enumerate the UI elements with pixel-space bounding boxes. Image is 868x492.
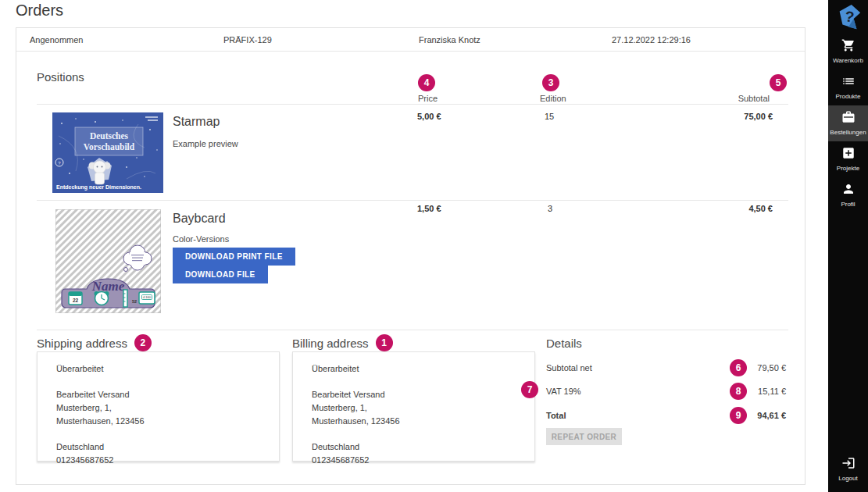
sidebar-item-warenkorb[interactable]: Warenkorb bbox=[828, 34, 868, 70]
order-date: 27.12.2022 12:29:16 bbox=[612, 28, 691, 52]
divider bbox=[37, 104, 788, 105]
shipping-city: Musterhausen, 123456 bbox=[56, 415, 271, 428]
column-header-price: Price bbox=[418, 94, 438, 103]
item-subtotal: 75,00 € bbox=[744, 112, 773, 121]
shipping-phone: 012345687652 bbox=[56, 454, 271, 467]
item-subtotal: 4,50 € bbox=[748, 204, 773, 213]
annotation-badge-subtotal: 5 bbox=[770, 74, 787, 91]
starmap-headline-line1: Deutsches bbox=[90, 131, 129, 141]
column-header-edition: Edition bbox=[540, 94, 566, 103]
page-title: Orders bbox=[16, 2, 63, 20]
annotation-badge-vat-value: 8 bbox=[730, 383, 747, 400]
starmap-caption: Entdeckung neuer Dimensionen. bbox=[56, 184, 141, 191]
billing-phone: 012345687652 bbox=[312, 454, 527, 467]
positions-title: Positions bbox=[37, 70, 84, 84]
app-logo-icon[interactable]: ? bbox=[834, 2, 863, 34]
weight-value: 4.160 bbox=[143, 295, 152, 299]
billing-country: Deutschland bbox=[312, 440, 527, 454]
divider bbox=[37, 200, 788, 201]
billing-street: Musterberg, 1, bbox=[312, 401, 527, 415]
repeat-order-button[interactable]: REPEAT ORDER bbox=[546, 428, 622, 445]
billing-address-title: Billing address bbox=[292, 337, 369, 350]
sidebar-label-logout: Logout bbox=[828, 475, 868, 482]
item-name: Starmap bbox=[173, 115, 220, 129]
vat-label: VAT 19% bbox=[546, 387, 581, 396]
clock-icon bbox=[95, 291, 109, 305]
briefcase-icon bbox=[841, 110, 855, 124]
annotation-badge-edition: 3 bbox=[542, 74, 559, 91]
order-card: Angenommen PRÄFIX-129 Franziska Knotz 27… bbox=[16, 27, 805, 485]
sidebar-label-warenkorb: Warenkorb bbox=[828, 57, 868, 64]
subtotal-net-value: 79,50 € bbox=[752, 363, 786, 373]
details-row-total: Total 9 94,61 € bbox=[546, 406, 786, 425]
subtotal-net-label: Subtotal net bbox=[546, 363, 592, 373]
cart-icon bbox=[841, 38, 855, 52]
starmap-headline-line2: Vorschaubild bbox=[84, 142, 135, 152]
annotation-badge-shipping: 2 bbox=[134, 334, 152, 351]
order-status: Angenommen bbox=[30, 28, 84, 52]
annotation-badge-total: 9 bbox=[730, 407, 747, 424]
sidebar-label-profil: Profil bbox=[828, 201, 868, 208]
item-edition: 15 bbox=[545, 112, 554, 121]
logout-icon bbox=[841, 456, 855, 470]
sidebar-label-projekte: Projekte bbox=[828, 165, 868, 172]
billing-address-card: Überarbeitet Bearbeitet Versand Musterbe… bbox=[292, 351, 535, 462]
sidebar-item-profil[interactable]: Profil bbox=[828, 177, 868, 213]
orders-page: Orders Angenommen PRÄFIX-129 Franziska K… bbox=[0, 0, 868, 492]
item-name: Baybcard bbox=[173, 212, 226, 226]
billing-company: Überarbeitet bbox=[312, 362, 527, 376]
order-summary-row: Angenommen PRÄFIX-129 Franziska Knotz 27… bbox=[16, 28, 805, 52]
sidebar-item-bestellungen[interactable]: Bestellungen bbox=[828, 105, 868, 141]
person-icon bbox=[841, 182, 855, 196]
shipping-street: Musterberg, 1, bbox=[56, 401, 271, 415]
sidebar-item-logout[interactable]: Logout bbox=[828, 451, 868, 487]
billing-name: Bearbeitet Versand bbox=[312, 388, 527, 401]
shipping-company: Überarbeitet bbox=[56, 362, 271, 376]
sidebar-item-projekte[interactable]: Projekte bbox=[828, 141, 868, 177]
annotation-badge-subtotal-net: 6 bbox=[730, 359, 747, 376]
starmap-preview-image: Deutsches Vorschaubild ? Entdeckung neue… bbox=[52, 112, 163, 193]
vat-value: 15,11 € bbox=[752, 387, 786, 396]
sidebar-label-bestellungen: Bestellungen bbox=[828, 129, 868, 136]
baybcard-preview-image: Name 22 52 4.160 bbox=[55, 209, 161, 313]
item-price: 1,50 € bbox=[417, 204, 441, 213]
scale-icon: 4.160 bbox=[139, 292, 155, 304]
calendar-value: 22 bbox=[73, 298, 79, 303]
shipping-country: Deutschland bbox=[56, 440, 271, 454]
item-price: 5,00 € bbox=[417, 112, 441, 121]
annotation-badge-price: 4 bbox=[418, 74, 435, 91]
details-row-vat: VAT 19% 8 15,11 € bbox=[546, 382, 786, 401]
download-file-button[interactable]: DOWNLOAD FILE bbox=[173, 266, 268, 283]
shipping-address-card: Überarbeitet Bearbeitet Versand Musterbe… bbox=[37, 351, 280, 462]
item-variant: Example preview bbox=[173, 139, 238, 148]
column-header-subtotal: Subtotal bbox=[738, 94, 770, 103]
billing-city: Musterhausen, 123456 bbox=[312, 415, 527, 428]
annotation-badge-billing: 1 bbox=[376, 334, 393, 351]
add-box-icon bbox=[841, 146, 855, 160]
details-row-subtotal-net: Subtotal net 6 79,50 € bbox=[546, 358, 786, 377]
total-label: Total bbox=[546, 411, 566, 420]
details-title: Details bbox=[546, 337, 582, 350]
shipping-name: Bearbeitet Versand bbox=[56, 388, 271, 401]
sidebar-label-produkte: Produkte bbox=[828, 93, 868, 100]
item-variant: Color-Versions bbox=[173, 234, 229, 244]
divider bbox=[37, 330, 788, 330]
total-value: 94,61 € bbox=[752, 411, 786, 420]
shipping-address-title: Shipping address bbox=[37, 337, 127, 350]
download-print-file-button[interactable]: DOWNLOAD PRINT FILE bbox=[173, 248, 295, 266]
item-edition: 3 bbox=[548, 204, 552, 213]
order-number: PRÄFIX-129 bbox=[223, 28, 272, 52]
height-value: 52 bbox=[132, 299, 137, 304]
order-customer: Franziska Knotz bbox=[419, 28, 480, 52]
annotation-badge-vat-label: 7 bbox=[521, 381, 538, 398]
calendar-icon: 22 bbox=[69, 292, 82, 305]
sidebar-item-produkte[interactable]: Produkte bbox=[828, 70, 868, 105]
sidebar-nav: ? Warenkorb Produkte Bestellungen Projek… bbox=[828, 0, 868, 492]
list-icon bbox=[841, 74, 855, 88]
